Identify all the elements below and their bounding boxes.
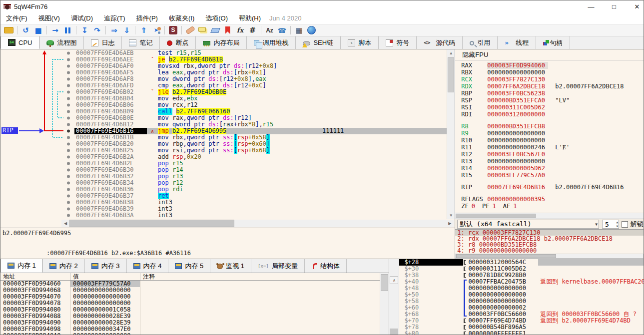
disasm-vertical-scrollbar[interactable]: ▲ ▼ — [447, 49, 455, 219]
scroll-up-icon[interactable]: ▲ — [447, 49, 455, 57]
argument-row[interactable]: 4: r9 0000000000000000 — [455, 248, 644, 254]
attach-icon[interactable]: ☎ — [276, 25, 288, 36]
step-over-icon[interactable]: ↷ — [91, 25, 103, 36]
stack-row[interactable]: $+8000000000FFFFFFF1 — [399, 331, 644, 335]
tab-结构体[interactable]: 结构体 — [305, 259, 347, 273]
disassembly-view[interactable]: RIP 00007FF69E4D6AEBtest r15,r1500007FF6… — [0, 49, 455, 219]
register-row[interactable]: R90000000000000000 — [461, 130, 644, 137]
register-row[interactable]: R8000000BD351EFCB8 — [461, 123, 644, 130]
breakpoint-dot[interactable] — [67, 182, 70, 185]
args-hscrollbar[interactable] — [455, 254, 644, 259]
tab-监视 1[interactable]: 监视 1 — [210, 259, 251, 273]
register-row[interactable]: RBP000003FF0BC56238 — [461, 90, 644, 97]
dump-column-header[interactable]: 地址 — [0, 273, 70, 280]
register-row[interactable]: R130000000000000000 — [461, 158, 644, 165]
dump-row[interactable]: 000003FF0D994080000000000001C058 — [0, 307, 380, 313]
breakpoint-dot[interactable] — [67, 65, 70, 68]
register-row[interactable]: R110000000000000246L'Ɇ' — [461, 144, 644, 151]
tab-线程[interactable]: »线程 — [498, 36, 536, 49]
calculator-icon[interactable]: ▦ — [293, 25, 305, 36]
menu-item[interactable]: 视图(V) — [33, 12, 65, 24]
breakpoint-dot[interactable] — [67, 143, 70, 146]
register-row[interactable]: RCX000003FF7827C130 — [461, 76, 644, 83]
breakpoint-dot[interactable] — [67, 91, 70, 94]
breakpoint-dot[interactable] — [67, 104, 70, 107]
dump-row[interactable]: 000003FF0D9940900000000000028E39 — [0, 320, 380, 326]
unlock-checkbox[interactable] — [622, 221, 628, 228]
dump-row[interactable]: 000003FF0D9940A00000000000000000 — [0, 333, 380, 335]
dump-column-header[interactable]: 注释 — [140, 273, 380, 280]
dump-row[interactable]: 000003FF0D9940680000000000000000 — [0, 287, 380, 294]
tab-CPU[interactable]: 64CPU — [0, 36, 39, 49]
convention-select[interactable]: 默认 (x64 fastcall) ▼ — [457, 220, 599, 229]
tab-调用堆栈[interactable]: 调用堆栈 — [247, 36, 296, 49]
tab-内存布局[interactable]: 内存布局 — [196, 36, 247, 49]
function-icon[interactable]: fx — [234, 25, 246, 36]
breakpoint-dot[interactable] — [67, 169, 70, 172]
step-out-icon[interactable]: ⇓ — [120, 25, 133, 36]
call-arguments[interactable]: 1: rcx 000003FF7827C1302: rdx 00007FF6A2… — [455, 230, 644, 254]
tab-断点[interactable]: 断点 — [160, 36, 196, 49]
register-row[interactable]: RDI0000003120000000 — [461, 111, 644, 118]
scroll-thumb[interactable] — [390, 329, 398, 335]
menu-item[interactable]: 收藏夹(I) — [163, 12, 200, 24]
register-row[interactable]: RIP00007FF69E4D6B16b2.00007FF69E4D6B16 — [461, 184, 644, 191]
comment-icon[interactable] — [196, 25, 209, 36]
scroll-down-icon[interactable]: ▼ — [447, 212, 455, 219]
scroll-thumb[interactable] — [456, 254, 556, 258]
dump-row[interactable]: 000003FF0D9940780000000000000000 — [0, 300, 380, 307]
breakpoint-dot[interactable] — [67, 58, 70, 61]
register-list[interactable]: RAX000003FF0D994060RBX0000000000000000RC… — [455, 60, 644, 213]
stop-icon[interactable]: ■ — [32, 25, 44, 36]
disasm-horizontal-scrollbar[interactable]: ◀ ▶ — [61, 220, 454, 227]
restart-icon[interactable]: ↺ — [19, 25, 32, 36]
close-button[interactable]: ✕ — [626, 0, 644, 12]
register-row[interactable]: R140000000000005D62 — [461, 165, 644, 172]
dump-column-header[interactable]: 值 — [70, 273, 140, 280]
breakpoint-dot[interactable] — [67, 78, 70, 81]
hash-icon[interactable]: # — [246, 25, 259, 36]
hide-fpu-button[interactable]: 隐藏FPU — [455, 49, 644, 60]
menu-item[interactable]: 选项(O) — [200, 12, 233, 24]
dump-row[interactable]: 000003FF0D9940700000000000000000 — [0, 294, 380, 300]
tab-流程图[interactable]: 流程图 — [39, 36, 84, 49]
dump-view[interactable]: 地址值注释000003FF0D994060000003FF779C57A0000… — [0, 273, 389, 335]
disasm-row[interactable]: 00007FF69E4D6B3Aint3 — [74, 212, 447, 219]
maximize-button[interactable]: □ — [603, 0, 626, 12]
run-to-cursor-icon[interactable]: ⇒ — [108, 25, 120, 36]
patch-icon[interactable] — [184, 25, 196, 36]
menu-item[interactable]: 调试(D) — [65, 12, 98, 24]
register-row[interactable]: RAX000003FF0D994060 — [461, 62, 644, 69]
breakpoint-dot[interactable] — [67, 71, 70, 74]
tab-脚本[interactable]: s脚本 — [341, 36, 379, 49]
open-file-icon[interactable] — [2, 25, 15, 36]
menu-item[interactable]: 文件(F) — [0, 12, 33, 24]
tab-内存 4[interactable]: 内存 4 — [127, 259, 169, 273]
scroll-thumb[interactable] — [448, 57, 454, 92]
minimize-button[interactable]: — — [580, 0, 603, 12]
tab-符号[interactable]: 符号 — [379, 36, 417, 49]
pause-icon[interactable] — [61, 25, 74, 36]
tab-SEH链[interactable]: SEH链 — [296, 36, 341, 49]
register-row[interactable]: R100000000000000000 — [461, 137, 644, 144]
breakpoint-dot[interactable] — [67, 97, 70, 100]
scroll-up-icon[interactable]: ∧ — [390, 276, 398, 284]
chevron-down-icon[interactable]: ▼ — [595, 222, 598, 227]
stack-scrollbar[interactable]: ∧ — [389, 259, 399, 335]
scroll-thumb[interactable] — [381, 274, 388, 291]
label-icon[interactable] — [209, 25, 221, 36]
tab-笔记[interactable]: 笔记 — [122, 36, 160, 49]
breakpoint-dot[interactable] — [67, 208, 70, 211]
trace-into-user-icon[interactable]: ➤ — [150, 25, 162, 36]
scroll-left-icon[interactable]: ◀ — [61, 220, 69, 227]
scroll-right-icon[interactable]: ▶ — [446, 220, 454, 227]
arg-count-stepper[interactable]: 5 ▲▼ — [602, 220, 619, 229]
breakpoint-dot[interactable] — [67, 123, 70, 126]
scroll-thumb[interactable] — [69, 220, 234, 227]
dump-row[interactable]: 000003FF0D9940880000000000028E39 — [0, 313, 380, 320]
dump-row[interactable]: 000003FF0D994060000003FF779C57A0 — [0, 281, 380, 287]
menu-item[interactable]: 帮助(H) — [233, 12, 266, 24]
scroll-thumb[interactable] — [456, 214, 536, 218]
tab-内存 2[interactable]: 内存 2 — [43, 259, 85, 273]
tab-局部变量[interactable]: [x=]局部变量 — [251, 259, 305, 273]
